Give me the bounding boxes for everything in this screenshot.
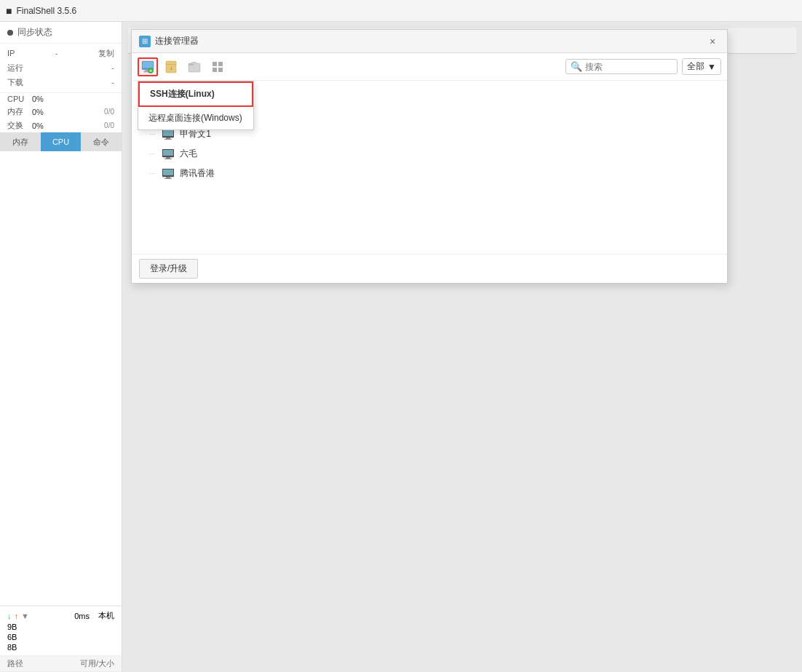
import-button[interactable]: ↓	[161, 57, 181, 76]
app-title: FinalShell 3.5.6	[16, 6, 76, 16]
svg-rect-13	[218, 62, 223, 66]
mem-stat-row: 内存 0% 0/0	[0, 105, 122, 119]
ip-label: IP	[7, 47, 15, 61]
filter-dropdown[interactable]: 全部 ▼	[682, 58, 721, 75]
net-b3: 8B	[7, 643, 17, 652]
net-up-icon: ↑	[15, 612, 19, 620]
search-bar: 🔍 全部 ▼	[565, 58, 721, 75]
app-icon: ■	[6, 5, 12, 17]
net-header-row: ↓ ↑ ▼ 0ms 本机	[7, 609, 114, 622]
grid-view-button[interactable]	[207, 57, 228, 76]
tab-commands[interactable]: 命令	[81, 132, 122, 151]
svg-rect-27	[164, 139, 172, 140]
add-connection-icon: +	[141, 60, 154, 73]
tab-memory[interactable]: 内存	[0, 132, 41, 151]
tree-dots: ···	[149, 130, 155, 138]
running-label: 运行	[7, 61, 23, 76]
ssh-linux-label: SSH连接(Linux)	[150, 88, 215, 100]
rdp-windows-option[interactable]: 远程桌面连接(Windows)	[138, 107, 253, 129]
dialog-footer: 登录/升级	[132, 254, 727, 283]
svg-rect-35	[164, 178, 172, 179]
sync-status-header: 同步状态	[0, 22, 122, 44]
svg-rect-14	[213, 68, 217, 72]
connection-type-dropdown: SSH连接(Linux) 远程桌面连接(Windows)	[138, 81, 254, 130]
disk-path-label: 路径	[7, 658, 23, 669]
search-input[interactable]	[585, 62, 672, 72]
net-data-row2: 6B	[7, 632, 114, 642]
import-icon: ↓	[164, 60, 178, 73]
cpu-stat-row: CPU 0%	[0, 93, 122, 105]
ssh-linux-option[interactable]: SSH连接(Linux)	[138, 81, 253, 107]
conn-item-name-4: 六毛	[180, 148, 197, 160]
swap-stat-row: 交换 0% 0/0	[0, 119, 122, 132]
svg-rect-30	[166, 157, 170, 159]
filter-arrow-icon: ▼	[707, 62, 716, 72]
main-layout: 同步状态 IP - 复制 运行 - 下载 - CPU 0% 内存 0%	[0, 22, 802, 672]
svg-rect-31	[164, 159, 172, 159]
ip-value: -	[55, 47, 58, 61]
cpu-label: CPU	[7, 95, 29, 103]
swap-label: 交换	[7, 120, 29, 131]
network-section: ↓ ↑ ▼ 0ms 本机 9B 6B 8B	[0, 606, 122, 655]
rdp-windows-label: 远程桌面连接(Windows)	[148, 112, 242, 124]
login-upgrade-button[interactable]: 登录/升级	[139, 259, 198, 279]
sidebar: 同步状态 IP - 复制 运行 - 下载 - CPU 0% 内存 0%	[0, 22, 122, 672]
dialog-toolbar: + ↓	[132, 53, 727, 81]
net-b2: 6B	[7, 633, 17, 641]
content-area: 📂 ⊞ 连接管理器 ×	[122, 22, 802, 672]
svg-text:+: +	[149, 68, 152, 73]
mem-label: 内存	[7, 106, 29, 117]
sync-dot	[7, 30, 13, 36]
svg-rect-11	[191, 62, 196, 64]
swap-value: 0%	[32, 121, 44, 130]
svg-rect-12	[213, 62, 217, 66]
dialog-close-button[interactable]: ×	[705, 34, 720, 49]
grid-view-icon	[211, 60, 224, 73]
sidebar-tabs: 内存 CPU 命令	[0, 132, 122, 151]
tree-dots: ···	[149, 150, 155, 158]
net-local-label: 本机	[98, 610, 114, 621]
net-b1: 9B	[7, 623, 17, 631]
add-connection-button[interactable]: +	[138, 57, 158, 76]
conn-item-monitor-icon-3	[162, 129, 174, 140]
list-item[interactable]: ··· 六毛	[132, 144, 727, 164]
dialog-title-text: 连接管理器	[155, 35, 701, 47]
net-latency: 0ms	[74, 612, 90, 620]
search-input-wrap[interactable]: 🔍	[565, 59, 678, 74]
download-label: 下载	[7, 76, 23, 90]
mem-extra: 0/0	[104, 108, 114, 116]
net-data-row3: 8B	[7, 642, 114, 652]
new-folder-button[interactable]	[184, 57, 205, 76]
svg-rect-1	[143, 62, 153, 68]
swap-extra: 0/0	[104, 121, 114, 129]
svg-rect-33	[163, 169, 173, 175]
net-side-icon: ▼	[21, 612, 29, 620]
dialog-title-icon: ⊞	[139, 36, 151, 47]
conn-item-monitor-icon-4	[162, 149, 174, 159]
svg-rect-26	[166, 137, 170, 139]
copy-button[interactable]: 复制	[98, 47, 114, 61]
sidebar-info: IP - 复制 运行 - 下载 -	[0, 44, 122, 93]
titlebar: ■ FinalShell 3.5.6	[0, 0, 802, 22]
tab-cpu[interactable]: CPU	[41, 132, 82, 151]
ip-row: IP - 复制	[7, 47, 114, 61]
tree-dots: ···	[149, 169, 155, 177]
running-row: 运行 -	[7, 61, 114, 76]
cpu-value: 0%	[32, 95, 44, 103]
download-row: 下载 -	[7, 76, 114, 90]
download-value: -	[111, 76, 114, 90]
sync-label: 同步状态	[17, 26, 52, 39]
net-down-icon: ↓	[7, 612, 12, 620]
list-item[interactable]: ··· 腾讯香港	[132, 164, 727, 183]
dialog-titlebar: ⊞ 连接管理器 ×	[132, 30, 727, 53]
search-icon: 🔍	[571, 61, 582, 72]
net-data-row1: 9B	[7, 622, 114, 632]
connection-manager-dialog: ⊞ 连接管理器 × +	[131, 29, 728, 284]
conn-item-monitor-icon-5	[162, 169, 174, 179]
svg-rect-34	[166, 177, 170, 178]
svg-rect-29	[163, 150, 173, 156]
mem-value: 0%	[32, 108, 44, 116]
conn-item-name-5: 腾讯香港	[180, 167, 215, 180]
disk-section: 路径 可用/大小	[0, 655, 122, 672]
running-value: -	[111, 61, 114, 76]
